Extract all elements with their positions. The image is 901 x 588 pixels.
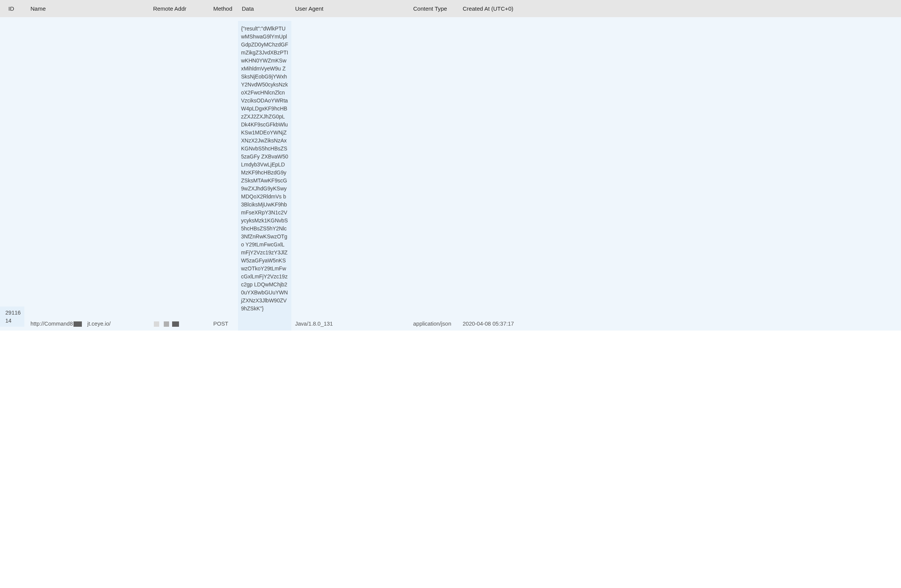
redacted-block [164, 321, 169, 327]
header-user-agent[interactable]: User Agent [291, 5, 409, 12]
name-suffix: jt.ceye.io/ [87, 321, 110, 327]
cell-method: POST [209, 321, 238, 327]
redacted-block [73, 321, 82, 327]
cell-name: http://Command8 jt.ceye.io/ [27, 321, 149, 327]
cell-user-agent: Java/1.8.0_131 [291, 321, 409, 327]
log-table: ID Name Remote Addr Method Data User Age… [0, 0, 901, 331]
cell-content-type: application/json [409, 321, 459, 327]
header-data[interactable]: Data [238, 5, 291, 12]
cell-created-at: 2020-04-08 05:37:17 [459, 321, 518, 327]
cell-data: {"result":"dWlkPTUwMShwaG9lYmUplGdpZD0yM… [238, 21, 291, 331]
redacted-block [172, 321, 179, 327]
header-id[interactable]: ID [0, 5, 27, 12]
header-content-type[interactable]: Content Type [409, 5, 459, 12]
table-row: 2911614 http://Command8 jt.ceye.io/ POST… [0, 17, 901, 331]
name-prefix: http://Command8 [30, 321, 73, 327]
cell-remote-addr [149, 321, 209, 327]
header-remote-addr[interactable]: Remote Addr [149, 5, 209, 12]
table-header-row: ID Name Remote Addr Method Data User Age… [0, 0, 901, 17]
redacted-block [154, 321, 159, 327]
header-name[interactable]: Name [27, 5, 149, 12]
cell-id: 2911614 [0, 307, 24, 327]
header-method[interactable]: Method [209, 5, 238, 12]
header-created-at[interactable]: Created At (UTC+0) [459, 5, 518, 12]
